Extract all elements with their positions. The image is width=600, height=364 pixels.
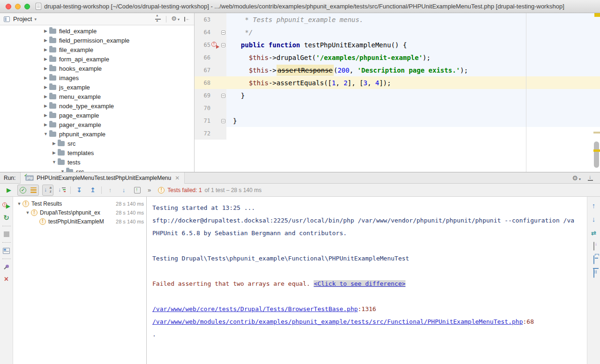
hide-tool-window-icon[interactable] [587, 175, 593, 181]
editor-gutter[interactable]: 64 [195, 26, 226, 38]
soft-wrap-button[interactable]: ⇄ [591, 229, 596, 237]
error-stripe-mark[interactable] [593, 132, 600, 134]
code-text[interactable]: $this->assertEquals([1, 2], [3, 4]); [226, 79, 391, 87]
previous-occurrence-button[interactable]: ↑ [592, 201, 596, 210]
chevron-down-icon[interactable]: ▼ [42, 132, 49, 136]
project-tree-item[interactable]: ▶hooks_example [0, 64, 194, 73]
editor-gutter[interactable]: 67 [195, 64, 226, 76]
run-tab[interactable]: php✓ PHPUnitExampleMenuTest.testPhpUnitE… [20, 172, 185, 184]
code-editor[interactable]: 63 * Tests phpunit_example menus.64 */65… [195, 13, 600, 172]
project-tree-item[interactable]: ▶src [0, 139, 194, 148]
show-ignored-button[interactable] [28, 185, 38, 195]
code-text[interactable]: $this->assertResponse(200, 'Description … [226, 67, 468, 74]
editor-gutter[interactable]: 63 [195, 13, 226, 26]
more-actions-icon[interactable]: » [148, 186, 151, 193]
chevron-right-icon[interactable]: ▶ [42, 29, 49, 33]
project-tree-item[interactable]: ▶field_permission_example [0, 36, 194, 45]
project-tree-item[interactable]: ▶file_example [0, 45, 194, 54]
project-tree-item[interactable]: ▶templates [0, 148, 194, 157]
project-tree-item[interactable]: ▼tests [0, 157, 194, 167]
code-text[interactable]: } [226, 92, 245, 99]
editor-gutter[interactable]: 69 [195, 89, 226, 102]
code-text[interactable]: $this->drupalGet('/examples/phpunit-exam… [226, 54, 430, 61]
code-text[interactable]: */ [226, 29, 253, 36]
inspection-status-indicator[interactable] [594, 13, 600, 17]
rerun-button[interactable]: ↻ [0, 212, 13, 224]
project-tree-item[interactable]: ▶menu_example [0, 92, 194, 101]
project-tree-item[interactable]: ▶pager_example [0, 120, 194, 129]
chevron-right-icon[interactable]: ▶ [42, 122, 49, 127]
project-tree-item[interactable]: ▶field_example [0, 26, 194, 36]
editor-scrollbar[interactable] [594, 141, 599, 168]
chevron-down-icon[interactable]: ▼ [24, 210, 31, 215]
code-text[interactable]: * Tests phpunit_example menus. [226, 16, 363, 23]
scroll-from-source-icon[interactable] [155, 16, 161, 22]
project-panel-title[interactable]: Project [13, 15, 32, 22]
previous-failed-test-button[interactable]: ↑ [105, 185, 115, 195]
collapse-all-button[interactable]: ↥ [88, 185, 98, 195]
show-passed-button[interactable]: ✓ [18, 185, 28, 195]
editor-gutter[interactable]: 72 [195, 127, 226, 140]
fold-marker-icon[interactable] [221, 119, 225, 123]
next-failed-test-button[interactable]: ↓ [119, 185, 129, 195]
chevron-right-icon[interactable]: ▶ [42, 47, 49, 52]
chevron-down-icon[interactable]: ▾ [34, 17, 37, 22]
next-occurrence-button[interactable]: ↓ [592, 215, 596, 223]
project-tree-item[interactable]: ▼src [0, 167, 194, 172]
clear-all-button[interactable] [593, 269, 594, 278]
chevron-right-icon[interactable]: ▶ [42, 94, 49, 99]
chevron-right-icon[interactable]: ▶ [51, 150, 58, 155]
stop-button[interactable] [0, 228, 13, 240]
sort-alphabetically-button[interactable]: ↓az [43, 185, 53, 195]
hide-panel-icon[interactable] [184, 16, 190, 22]
fold-marker-icon[interactable] [221, 30, 225, 35]
see-difference-link[interactable]: <Click to see difference> [314, 280, 405, 287]
close-run-panel-button[interactable]: × [0, 273, 13, 285]
chevron-down-icon[interactable]: ▼ [16, 201, 22, 206]
project-tree-item[interactable]: ▼phpunit_example [0, 129, 194, 139]
sort-by-duration-button[interactable]: ↓ [57, 185, 67, 195]
chevron-right-icon[interactable]: ▶ [42, 66, 49, 71]
editor-gutter[interactable]: 68 [195, 76, 226, 89]
code-text[interactable]: public function testPhpUnitExampleMenu()… [226, 41, 407, 49]
chevron-right-icon[interactable]: ▶ [42, 85, 49, 89]
pin-tab-button[interactable] [0, 261, 13, 273]
print-button[interactable] [593, 256, 594, 264]
console-link[interactable]: /var/www/web/core/tests/Drupal/Tests/Bro… [152, 305, 358, 312]
code-text[interactable]: } [226, 117, 237, 125]
editor-gutter[interactable]: 66 [195, 51, 226, 64]
fold-marker-icon[interactable] [221, 94, 225, 98]
console-link[interactable]: /var/www/web/modules/contrib/examples/ph… [152, 318, 523, 325]
chevron-right-icon[interactable]: ▶ [42, 104, 49, 108]
chevron-down-icon[interactable]: ▼ [59, 169, 66, 172]
rerun-failed-test-icon[interactable]: ! [211, 42, 219, 48]
expand-all-button[interactable]: ↧ [74, 185, 84, 195]
project-tree-item[interactable]: ▶images [0, 73, 194, 82]
test-tree-row[interactable]: ▼!Drupal\Tests\phpunit_ex 28 s 140 ms [13, 208, 146, 217]
editor-gutter[interactable]: 65! [195, 38, 226, 51]
restore-layout-button[interactable] [0, 245, 13, 257]
import-test-results-button[interactable] [132, 185, 142, 195]
zoom-window-button[interactable] [24, 4, 30, 9]
close-window-button[interactable] [6, 4, 11, 9]
chevron-down-icon[interactable]: ▼ [51, 160, 58, 164]
editor-gutter[interactable]: 71 [195, 114, 226, 127]
chevron-right-icon[interactable]: ▶ [42, 75, 49, 80]
editor-gutter[interactable]: 70 [195, 102, 226, 114]
close-tab-icon[interactable]: ✕ [175, 175, 180, 181]
project-tree-item[interactable]: ▶node_type_example [0, 101, 194, 111]
chevron-right-icon[interactable]: ▶ [42, 113, 49, 118]
test-console-output[interactable]: Testing started at 13:25 ...sftp://docke… [147, 197, 587, 364]
gear-icon[interactable]: ⚙▾ [171, 15, 180, 23]
project-tree-item[interactable]: ▶page_example [0, 111, 194, 120]
gear-icon[interactable]: ⚙▾ [572, 174, 581, 182]
project-tree-item[interactable]: ▶form_api_example [0, 54, 194, 64]
test-tree-row[interactable]: !testPhpUnitExampleM28 s 140 ms [13, 217, 146, 226]
fold-marker-icon[interactable] [221, 43, 225, 47]
chevron-right-icon[interactable]: ▶ [42, 57, 49, 61]
chevron-right-icon[interactable]: ▶ [51, 141, 58, 146]
project-tree-item[interactable]: ▶js_example [0, 82, 194, 92]
minimize-window-button[interactable] [15, 4, 21, 9]
rerun-button[interactable]: ▶ [4, 185, 14, 195]
error-stripe-mark[interactable] [593, 149, 600, 152]
